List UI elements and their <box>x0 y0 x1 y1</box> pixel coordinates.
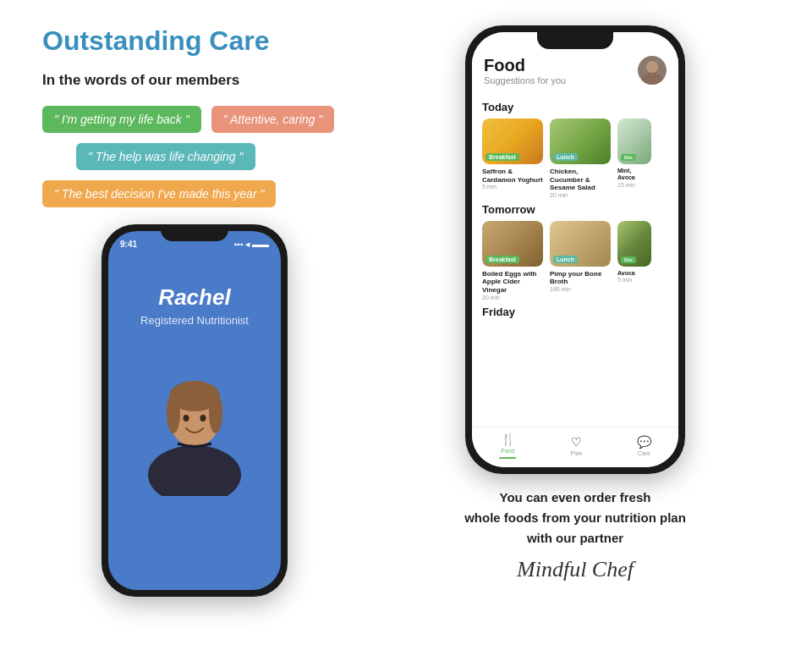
card-eggs-label: Breakfast <box>486 256 519 263</box>
quotes-row-1: " I'm getting my life back " " Attentive… <box>42 106 347 133</box>
food-phone-screen: Food Suggestions for you <box>472 32 678 467</box>
quotes-area: " I'm getting my life back " " Attentive… <box>42 106 347 207</box>
nav-food[interactable]: 🍴 Food <box>499 433 516 459</box>
care-nav-icon: 💬 <box>637 435 651 449</box>
card-avocado[interactable]: Din Avoca 5 min <box>617 221 651 300</box>
plan-nav-icon: ♡ <box>571 435 582 449</box>
card-broth-label: Lunch <box>553 256 578 263</box>
nutritionist-role: Registered Nutritionist <box>140 314 249 327</box>
card-avocado-name: Avoca <box>617 270 651 277</box>
food-app-subtitle: Suggestions for you <box>484 75 566 85</box>
quote-badge-teal: " The help was life changing " <box>76 143 255 170</box>
phone-notch <box>161 224 228 241</box>
card-saffron[interactable]: Breakfast Saffron & Cardamon Yoghurt 5 m… <box>482 119 543 198</box>
nav-care[interactable]: 💬 Care <box>637 435 651 456</box>
card-eggs-time: 20 min <box>482 295 543 300</box>
card-saffron-time: 5 min <box>482 184 543 190</box>
quotes-row-3: " The best decision I've made this year … <box>42 180 347 207</box>
phone-content: Rachel Registered Nutritionist <box>108 251 281 590</box>
card-cucumber[interactable]: Lunch Chicken, Cucumber & Sesame Salad 2… <box>550 119 611 198</box>
bottom-text-line1: You can even order fresh <box>500 490 651 504</box>
phone-container: 9:41 ▪▪▪ ◂ ▬▬ Rachel Registered Nutritio… <box>42 224 347 597</box>
nav-plan-label: Plan <box>570 450 582 456</box>
user-avatar <box>638 56 667 85</box>
svg-point-8 <box>646 61 658 73</box>
person-illustration <box>135 344 254 496</box>
card-cucumber-label: Lunch <box>553 153 578 161</box>
phone-screen: 9:41 ▪▪▪ ◂ ▬▬ Rachel Registered Nutritio… <box>108 231 281 590</box>
nutritionist-name: Rachel <box>158 284 230 311</box>
card-cucumber-name: Chicken, Cucumber & Sesame Salad <box>550 168 611 192</box>
members-subtitle: In the words of our members <box>42 72 347 89</box>
card-saffron-img: Breakfast <box>482 119 543 164</box>
card-mint-img: Din <box>617 119 651 164</box>
section-friday: Friday <box>482 306 668 318</box>
quote-badge-salmon: " Attentive, caring " <box>211 106 335 133</box>
card-eggs-name: Boiled Eggs with Apple Cider Vinegar <box>482 270 543 295</box>
card-mint-label: Din <box>621 154 636 161</box>
card-broth[interactable]: Lunch Pimp your Bone Broth 180 min <box>550 221 611 300</box>
bottom-text-line3: with our partner <box>527 531 623 545</box>
card-cucumber-img: Lunch <box>550 119 611 164</box>
partner-name: Mindful Chef <box>517 557 634 582</box>
card-mint-time: 15 min <box>617 182 651 188</box>
svg-point-9 <box>642 73 662 85</box>
card-avocado-time: 5 min <box>617 277 651 283</box>
signal-wifi: ▪▪▪ ◂ ▬▬ <box>234 240 269 249</box>
food-phone-wrap: Food Suggestions for you <box>465 25 685 474</box>
svg-point-4 <box>167 393 180 433</box>
phone-mockup-rachel: 9:41 ▪▪▪ ◂ ▬▬ Rachel Registered Nutritio… <box>102 224 288 597</box>
card-cucumber-time: 20 min <box>550 192 611 198</box>
tomorrow-cards-row: Breakfast Boiled Eggs with Apple Cider V… <box>482 221 668 300</box>
svg-point-5 <box>209 393 222 433</box>
food-scroll-content: Today Breakfast Saffron & Cardamon Yoghu… <box>472 92 678 427</box>
food-app-title: Food <box>484 56 566 75</box>
svg-point-7 <box>200 415 206 422</box>
section-tomorrow: Tomorrow <box>482 203 668 216</box>
food-title-block: Food Suggestions for you <box>484 56 566 85</box>
nav-care-label: Care <box>638 450 650 456</box>
svg-point-6 <box>184 415 189 422</box>
food-bottom-nav: 🍴 Food ♡ Plan 💬 Care <box>472 427 678 467</box>
time-display: 9:41 <box>120 240 137 249</box>
food-nav-icon: 🍴 <box>501 433 515 446</box>
page: Outstanding Care In the words of our mem… <box>0 0 812 667</box>
svg-point-0 <box>148 445 241 496</box>
card-broth-img: Lunch <box>550 221 611 267</box>
card-mint-name: Mint,Avoca <box>617 168 651 182</box>
quote-badge-orange: " The best decision I've made this year … <box>42 180 276 207</box>
card-saffron-label: Breakfast <box>486 153 519 161</box>
card-broth-time: 180 min <box>550 286 611 292</box>
nav-food-label: Food <box>501 448 514 454</box>
food-phone-mockup: Food Suggestions for you <box>465 25 685 474</box>
card-eggs-img: Breakfast <box>482 221 543 267</box>
right-panel: Food Suggestions for you <box>364 17 787 650</box>
quotes-row-2: " The help was life changing " <box>42 143 347 170</box>
today-cards-row: Breakfast Saffron & Cardamon Yoghurt 5 m… <box>482 119 668 198</box>
card-mint[interactable]: Din Mint,Avoca 15 min <box>617 119 651 198</box>
card-broth-name: Pimp your Bone Broth <box>550 270 611 286</box>
bottom-description: You can even order fresh whole foods fro… <box>464 488 686 548</box>
quote-badge-green: " I'm getting my life back " <box>42 106 201 133</box>
nav-plan[interactable]: ♡ Plan <box>570 435 582 456</box>
section-today: Today <box>482 101 668 113</box>
left-panel: Outstanding Care In the words of our mem… <box>25 17 364 650</box>
card-avocado-img: Din <box>617 221 651 267</box>
card-saffron-name: Saffron & Cardamon Yoghurt <box>482 168 543 184</box>
bottom-text-line2: whole foods from your nutrition plan <box>464 510 686 525</box>
main-title: Outstanding Care <box>42 25 347 57</box>
nav-underline <box>499 457 516 459</box>
food-phone-notch <box>537 32 613 49</box>
card-eggs[interactable]: Breakfast Boiled Eggs with Apple Cider V… <box>482 221 543 300</box>
card-avocado-label: Din <box>621 256 636 263</box>
